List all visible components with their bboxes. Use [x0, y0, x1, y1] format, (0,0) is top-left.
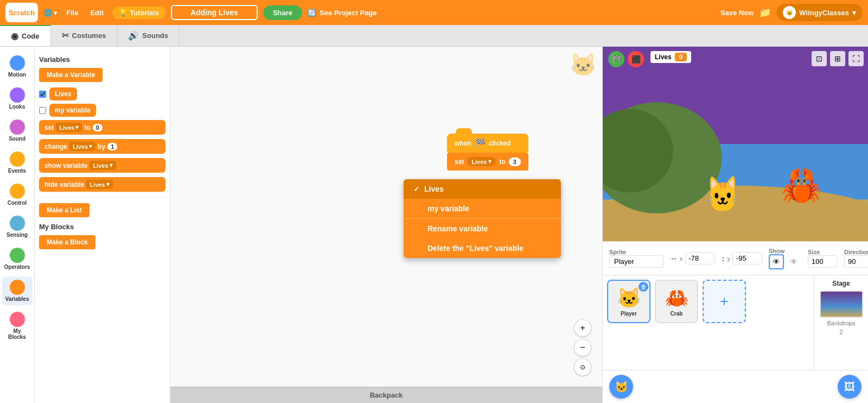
sidebar-item-variables[interactable]: Variables — [2, 276, 33, 305]
zoom-in-button[interactable]: + — [574, 319, 591, 337]
size-group: Size — [808, 249, 838, 268]
file-menu[interactable]: File — [63, 9, 81, 17]
user-menu[interactable]: 🐱 WiingyClasses ▾ — [776, 4, 863, 21]
y-arrow-icon: ↕ — [722, 254, 725, 263]
zoom-fit-button[interactable]: ⊙ — [574, 358, 591, 376]
sprite-delete-player[interactable]: 🗑 — [639, 282, 648, 292]
right-panel: 🦀 🐱 🏁 ⬛ Lives 0 ⊡ ⊞ ⛶ Spr — [602, 47, 868, 403]
sidebar-item-myblocks[interactable]: My Blocks — [2, 308, 33, 343]
costumes-icon: ✂ — [62, 30, 69, 41]
top-nav: Scratch 🌐 ▾ File Edit 💡 Tutorials Adding… — [0, 0, 868, 25]
make-variable-button[interactable]: Make a Variable — [39, 68, 103, 82]
direction-label: Direction — [844, 249, 868, 255]
folder-icon[interactable]: 📁 — [759, 7, 771, 18]
sprite-tile-crab[interactable]: 🦀 Crab — [655, 280, 698, 323]
variable-dropdown-menu: ✓ Lives my variable Rename variable Dele… — [404, 179, 561, 258]
when-clicked-hat[interactable]: when 🏁 clicked — [447, 134, 528, 153]
backpack-bar[interactable]: Backpack — [170, 387, 602, 403]
x-coord-group: ↔ x — [670, 252, 715, 265]
sidebar-item-motion[interactable]: Motion — [2, 52, 33, 81]
see-project-button[interactable]: 🔄 See Project Page — [308, 9, 377, 17]
lives-checkbox[interactable] — [39, 91, 46, 98]
make-block-button[interactable]: Make a Block — [39, 235, 95, 249]
make-list-button[interactable]: Make a List — [39, 203, 90, 217]
x-coord-input[interactable] — [685, 252, 715, 265]
myvariable-pill[interactable]: my variable — [49, 104, 96, 117]
tab-sounds[interactable]: 🔊 Sounds — [117, 25, 180, 46]
sprites-list: 🗑 🐱 Player 🦀 Crab + — [603, 275, 814, 370]
zoom-out-button[interactable]: − — [574, 339, 591, 356]
edit-menu[interactable]: Edit — [87, 9, 107, 17]
fab-area: 🐱 🖼 — [603, 370, 868, 403]
set-var-dropdown[interactable]: Lives ▾ — [56, 123, 82, 132]
hide-variable-block[interactable]: hide variable Lives ▾ — [39, 177, 165, 192]
sidebar-item-operators[interactable]: Operators — [2, 244, 33, 273]
sidebar-item-sound[interactable]: Sound — [2, 116, 33, 145]
set-lives-block[interactable]: set Lives ▾ to 3 — [447, 153, 528, 171]
sprite-label-group: Sprite — [609, 249, 663, 268]
y-coord-input[interactable] — [732, 252, 762, 265]
scratch-logo[interactable]: Scratch — [5, 3, 38, 22]
dropdown-rename[interactable]: Rename variable — [404, 219, 561, 238]
add-backdrop-fab[interactable]: 🖼 — [838, 375, 861, 399]
operators-label: Operators — [4, 264, 30, 270]
set-lives-dropdown[interactable]: Lives ▾ — [467, 157, 496, 166]
set-block[interactable]: set Lives ▾ to 0 — [39, 120, 165, 135]
size-input[interactable] — [808, 255, 838, 268]
lives-badge-label: Lives — [655, 53, 672, 61]
operators-dot — [10, 248, 25, 263]
direction-input[interactable] — [844, 255, 868, 268]
sidebar-item-sensing[interactable]: Sensing — [2, 212, 33, 241]
zoom-controls: + − ⊙ — [574, 319, 591, 376]
dropdown-delete[interactable]: Delete the "Lives" variable — [404, 238, 561, 258]
globe-button[interactable]: 🌐 ▾ — [43, 9, 58, 17]
show-visible-button[interactable]: 👁 — [769, 254, 784, 269]
set-value: 0 — [93, 124, 103, 131]
tab-code[interactable]: ◉ Code — [0, 25, 51, 46]
code-canvas[interactable]: 🐱 when 🏁 clicked set Lives ▾ to 3 ✓ — [170, 47, 602, 403]
stop-button[interactable]: ⬛ — [628, 51, 644, 67]
change-value: 1 — [107, 143, 117, 150]
y-coord-group: ↕ y — [722, 252, 763, 265]
stage-fullscreen-button[interactable]: ⛶ — [848, 51, 864, 66]
hide-var-dropdown[interactable]: Lives ▾ — [86, 180, 112, 189]
stage-normal-button[interactable]: ⊞ — [830, 51, 845, 66]
hat-block-group[interactable]: when 🏁 clicked set Lives ▾ to 3 — [447, 134, 528, 171]
sidebar-item-looks[interactable]: Looks — [2, 84, 33, 113]
dropdown-myvariable[interactable]: my variable — [404, 199, 561, 218]
stage-thumbnail[interactable] — [820, 291, 863, 318]
size-label: Size — [808, 249, 838, 255]
project-title[interactable]: Adding Lives — [171, 5, 258, 20]
variables-label: Variables — [5, 296, 29, 302]
dropdown-lives[interactable]: ✓ Lives — [404, 179, 561, 199]
blocks-panel: Variables Make a Variable Lives my varia… — [35, 47, 170, 403]
lives-variable-pill[interactable]: Lives — [49, 87, 77, 100]
stage-panel: Stage Backdrops 2 — [814, 275, 868, 370]
looks-dot — [10, 87, 25, 103]
stage-controls: ⊡ ⊞ ⛶ — [812, 51, 864, 66]
sprite-label: Sprite — [609, 249, 663, 255]
save-now-button[interactable]: Save Now — [720, 9, 754, 17]
stage-panel-label: Stage — [832, 280, 850, 287]
sprite-tile-player[interactable]: 🗑 🐱 Player — [607, 280, 650, 323]
add-sprite-fab[interactable]: 🐱 — [609, 375, 633, 399]
green-flag-button[interactable]: 🏁 — [608, 51, 624, 67]
sidebar-item-control[interactable]: Control — [2, 180, 33, 209]
myvariable-checkbox[interactable] — [39, 107, 46, 114]
change-var-dropdown[interactable]: Lives ▾ — [69, 142, 95, 151]
stage-background: 🦀 🐱 — [603, 47, 868, 241]
tab-costumes[interactable]: ✂ Costumes — [51, 25, 118, 46]
share-button[interactable]: Share — [263, 5, 302, 20]
lives-variable-row: Lives — [39, 87, 165, 100]
tutorials-button[interactable]: 💡 Tutorials — [112, 7, 165, 19]
add-sprite-button[interactable]: + — [703, 280, 746, 323]
looks-label: Looks — [9, 104, 25, 110]
stage-shrink-button[interactable]: ⊡ — [812, 51, 827, 66]
change-block[interactable]: change Lives ▾ by 1 — [39, 139, 165, 154]
show-var-dropdown[interactable]: Lives ▾ — [90, 161, 116, 170]
x-arrow-icon: ↔ — [670, 254, 678, 263]
sidebar-item-events[interactable]: Events — [2, 148, 33, 177]
sprite-name-input[interactable] — [609, 255, 663, 268]
show-hidden-button[interactable]: 👁 — [786, 254, 801, 269]
show-variable-block[interactable]: show variable Lives ▾ — [39, 158, 165, 173]
